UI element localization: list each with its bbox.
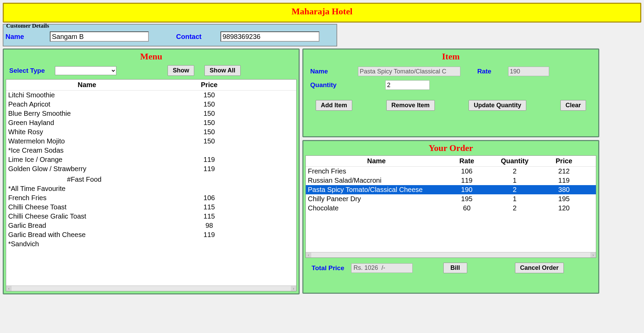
order-grid-body[interactable]: Name Rate Quantity Price French Fries106…	[306, 156, 596, 252]
item-title: Item	[305, 52, 596, 62]
menu-cell-price: 98	[166, 222, 253, 230]
menu-cell-name: #Fast Food	[6, 176, 166, 183]
order-col-quantity: Quantity	[489, 157, 541, 165]
menu-row[interactable]: Chilli Cheese Gralic Toast115	[6, 212, 296, 221]
order-row[interactable]: Pasta Spicy Tomato/Classical Cheese19023…	[306, 185, 596, 194]
order-cell-name: French Fries	[306, 167, 445, 175]
menu-cell-name: White Rosy	[6, 128, 166, 136]
order-cell-name: Chocolate	[306, 204, 445, 212]
show-button[interactable]: Show	[168, 65, 194, 76]
order-cell-quantity: 2	[489, 186, 541, 194]
item-quantity-input[interactable]	[385, 80, 430, 90]
menu-row[interactable]: Garlic Bread with Cheese119	[6, 230, 296, 239]
total-price-label: Total Price	[312, 264, 344, 272]
menu-row[interactable]: Litchi Smoothie150	[6, 91, 296, 100]
customer-name-label: Name	[5, 33, 46, 41]
menu-cell-name: Litchi Smoothie	[6, 91, 166, 99]
menu-cell-price: 150	[166, 110, 253, 117]
menu-cell-name: Chilli Cheese Toast	[6, 203, 166, 211]
menu-row[interactable]: Watermelon Mojito150	[6, 137, 296, 146]
order-cell-quantity: 2	[489, 204, 541, 212]
menu-cell-price: 150	[166, 100, 253, 108]
update-quantity-button[interactable]: Update Quantity	[469, 100, 526, 111]
order-cell-price: 380	[541, 186, 587, 194]
menu-cell-price: 115	[166, 203, 253, 211]
menu-row[interactable]: White Rosy150	[6, 127, 296, 137]
menu-row[interactable]: Golden Glow / Strawberry119	[6, 164, 296, 174]
menu-cell-name: *All Time Favourite	[6, 185, 166, 193]
menu-cell-price: 150	[166, 137, 253, 145]
order-grid-header: Name Rate Quantity Price	[306, 156, 596, 167]
order-panel: Your Order Name Rate Quantity Price Fren…	[302, 140, 599, 294]
item-rate-label: Rate	[467, 68, 501, 75]
item-name-input	[358, 67, 460, 76]
order-col-rate: Rate	[445, 157, 489, 165]
menu-panel: Menu Select Type Show Show All Name Pric…	[3, 48, 300, 294]
menu-cell-price	[166, 185, 253, 193]
menu-hscroll[interactable]	[6, 286, 296, 291]
remove-item-button[interactable]: Remove Item	[386, 100, 435, 111]
item-rate-input	[508, 67, 549, 76]
menu-col-name: Name	[6, 81, 166, 89]
menu-cell-name: Green Hayland	[6, 119, 166, 127]
order-cell-rate: 106	[445, 167, 489, 175]
menu-cell-name: Chilli Cheese Gralic Toast	[6, 212, 166, 220]
menu-row[interactable]: Garlic Bread98	[6, 221, 296, 230]
menu-cell-name: Golden Glow / Strawberry	[6, 165, 166, 173]
order-cell-rate: 195	[445, 195, 489, 203]
menu-cell-price: 119	[166, 156, 253, 164]
order-cell-price: 212	[541, 167, 587, 175]
menu-cell-price: 106	[166, 194, 253, 202]
menu-grid-header: Name Price	[6, 80, 296, 91]
order-row[interactable]: Russian Salad/Maccroni1191119	[306, 176, 596, 185]
menu-cell-name: Garlic Bread	[6, 222, 166, 230]
menu-row[interactable]: Peach Apricot150	[6, 100, 296, 109]
customer-name-input[interactable]	[50, 31, 149, 42]
item-panel: Item Name Rate Quantity Add Item Remove …	[302, 48, 599, 137]
add-item-button[interactable]: Add Item	[316, 100, 352, 111]
menu-cell-price	[166, 147, 253, 154]
show-all-button[interactable]: Show All	[204, 65, 240, 76]
order-cell-price: 119	[541, 177, 587, 184]
order-row[interactable]: Chocolate602120	[306, 204, 596, 213]
select-type-label: Select Type	[9, 67, 45, 74]
order-hscroll[interactable]	[306, 252, 596, 258]
order-col-name: Name	[306, 157, 445, 165]
menu-row[interactable]: Blue Berry Smoothie150	[6, 109, 296, 118]
menu-row[interactable]: *Ice Cream Sodas	[6, 146, 296, 155]
order-cell-rate: 60	[445, 204, 489, 212]
order-row[interactable]: Chilly Paneer Dry1951195	[306, 194, 596, 204]
menu-row[interactable]: *All Time Favourite	[6, 184, 296, 193]
menu-cell-name: Watermelon Mojito	[6, 137, 166, 145]
menu-cell-price: 150	[166, 128, 253, 136]
menu-row[interactable]: #Fast Food	[6, 175, 296, 184]
order-cell-rate: 119	[445, 177, 489, 184]
app-title: Maharaja Hotel	[4, 6, 640, 17]
clear-button[interactable]: Clear	[560, 100, 586, 111]
menu-cell-name: Garlic Bread with Cheese	[6, 231, 166, 239]
bill-button[interactable]: Bill	[443, 263, 467, 273]
select-type-dropdown[interactable]	[55, 66, 116, 75]
menu-row[interactable]: Green Hayland150	[6, 118, 296, 127]
menu-grid-body[interactable]: Name Price Litchi Smoothie150Peach Apric…	[6, 80, 296, 286]
menu-row[interactable]: Chilli Cheese Toast115	[6, 203, 296, 212]
customer-details-legend: Customer Details	[6, 23, 49, 29]
menu-cell-price	[166, 240, 253, 248]
menu-title: Menu	[6, 52, 297, 62]
customer-contact-input[interactable]	[220, 31, 319, 42]
menu-cell-price: 150	[166, 91, 253, 99]
order-cell-name: Pasta Spicy Tomato/Classical Cheese	[306, 186, 445, 194]
order-title: Your Order	[305, 143, 596, 153]
item-quantity-label: Quantity	[310, 81, 351, 89]
menu-row[interactable]: Lime Ice / Orange119	[6, 155, 296, 164]
menu-cell-name: Blue Berry Smoothie	[6, 110, 166, 117]
menu-grid: Name Price Litchi Smoothie150Peach Apric…	[6, 79, 297, 291]
cancel-order-button[interactable]: Cancel Order	[515, 263, 564, 273]
order-row[interactable]: French Fries1062212	[306, 167, 596, 176]
customer-details-panel: Customer Details Name Contact	[3, 24, 337, 46]
title-bar: Maharaja Hotel	[3, 3, 641, 23]
menu-row[interactable]: *Sandvich	[6, 239, 296, 249]
menu-row[interactable]: French Fries106	[6, 193, 296, 203]
customer-contact-label: Contact	[176, 33, 217, 41]
order-cell-quantity: 1	[489, 195, 541, 203]
